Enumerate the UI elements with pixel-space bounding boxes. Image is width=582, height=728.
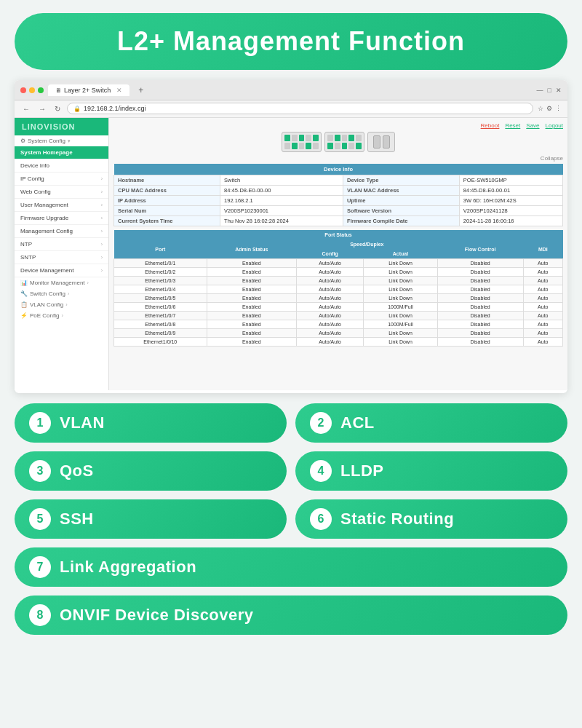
reboot-button[interactable]: Reboot	[481, 122, 500, 129]
device-image-area	[113, 132, 563, 152]
arrow-icon: ›	[101, 242, 103, 247]
sidebar-item-switch-config[interactable]: 🔧 Switch Config ›	[15, 288, 108, 299]
feature-number-5: 5	[29, 508, 51, 530]
arrow-icon: ›	[87, 280, 89, 285]
sidebar: LINOVISION ⚙ System Config ▾ System Home…	[15, 118, 109, 390]
arrow-icon: ›	[101, 202, 103, 207]
sfp-port	[383, 135, 390, 149]
browser-actions: ☆ ⚙ ⋮	[538, 105, 562, 112]
feature-acl: 2 ACL	[295, 403, 567, 443]
back-button[interactable]: ←	[20, 104, 32, 114]
device-type-value: POE-SW510GMP	[459, 175, 562, 186]
port-led	[313, 135, 319, 141]
maximize-button[interactable]: □	[548, 87, 551, 94]
dot-yellow[interactable]	[29, 87, 35, 93]
feature-label-link-aggregation: Link Aggregation	[60, 558, 196, 577]
sidebar-item-system-homepage[interactable]: System Homepage	[15, 146, 108, 159]
collapse-button[interactable]: Collapse	[113, 155, 563, 162]
arrow-icon: ›	[101, 255, 103, 260]
features-section: 1 VLAN 2 ACL 3 QoS 4 LLDP 5 SSH 6 Static…	[0, 393, 582, 645]
dot-green[interactable]	[38, 87, 44, 93]
sidebar-item-ip-config[interactable]: IP Config ›	[15, 173, 108, 186]
arrow-icon: ›	[68, 291, 69, 296]
menu-icon[interactable]: ⋮	[555, 105, 562, 112]
arrow-icon: ›	[101, 176, 103, 181]
feature-number-3: 3	[29, 460, 51, 482]
port-col-header: Port	[114, 240, 207, 259]
extensions-icon[interactable]: ⚙	[546, 105, 552, 112]
table-row: Ethernet1/0/9 Enabled Auto/Auto Link Dow…	[114, 329, 563, 338]
table-row: Ethernet1/0/1 Enabled Auto/Auto Link Dow…	[114, 259, 563, 268]
logout-button[interactable]: Logout	[546, 122, 563, 129]
lock-icon: 🔒	[73, 106, 81, 112]
port-led	[299, 143, 305, 149]
sys-time-label: Current System Time	[114, 216, 220, 226]
feature-onvif: 8 ONVIF Device Discovery	[15, 596, 567, 635]
minimize-button[interactable]: —	[537, 87, 543, 94]
arrow-icon: ▾	[68, 138, 71, 144]
table-row: Ethernet1/0/5 Enabled Auto/Auto Link Dow…	[114, 294, 563, 303]
close-button[interactable]: ✕	[556, 87, 562, 94]
save-button[interactable]: Save	[526, 122, 539, 129]
port-led	[356, 143, 362, 149]
arrow-icon: ›	[101, 229, 103, 234]
sidebar-item-vlan-config[interactable]: 📋 VLAN Config ›	[15, 299, 108, 310]
bookmark-icon[interactable]: ☆	[538, 105, 543, 112]
browser-dots	[20, 87, 44, 93]
table-row: Ethernet1/0/3 Enabled Auto/Auto Link Dow…	[114, 277, 563, 285]
feature-static-routing: 6 Static Routing	[295, 499, 567, 539]
arrow-icon: ›	[101, 189, 103, 194]
tab-close-button[interactable]: ✕	[116, 87, 122, 94]
feature-label-onvif: ONVIF Device Discovery	[60, 606, 254, 625]
port-led	[335, 135, 340, 141]
port-led	[335, 143, 340, 149]
sidebar-item-sntp[interactable]: SNTP ›	[15, 251, 108, 264]
table-row: Ethernet1/0/10 Enabled Auto/Auto Link Do…	[114, 338, 563, 347]
feature-number-7: 7	[29, 556, 51, 578]
reset-button[interactable]: Reset	[505, 122, 520, 129]
feature-label-vlan: VLAN	[60, 414, 105, 432]
cpu-mac-label: CPU MAC Address	[114, 186, 220, 196]
sidebar-item-management-config[interactable]: Management Config ›	[15, 225, 108, 238]
port-led	[327, 135, 333, 141]
device-image	[282, 132, 395, 152]
uptime-label: Uptime	[343, 196, 460, 206]
sidebar-item-web-config[interactable]: Web Config ›	[15, 186, 108, 199]
browser-tab[interactable]: 🖥 Layer 2+ Switch ✕	[48, 84, 129, 96]
sidebar-item-monitor-management[interactable]: 📊 Monitor Management ›	[15, 277, 108, 288]
browser-address-bar: ← → ↻ 🔒 192.168.2.1/index.cgi ☆ ⚙ ⋮	[15, 100, 567, 118]
sidebar-item-user-management[interactable]: User Management ›	[15, 199, 108, 212]
page-title: L2+ Management Function	[117, 26, 465, 57]
sidebar-item-device-management[interactable]: Device Management ›	[15, 264, 108, 277]
device-type-label: Device Type	[343, 175, 460, 186]
sidebar-item-ntp[interactable]: NTP ›	[15, 238, 108, 251]
serial-value: V200SP10230001	[220, 206, 343, 216]
url-input[interactable]: 🔒 192.168.2.1/index.cgi	[67, 103, 533, 114]
switch-box-1	[282, 132, 322, 152]
hostname-label: Hostname	[114, 175, 220, 186]
feature-label-qos: QoS	[60, 462, 94, 480]
tab-title: Layer 2+ Switch	[64, 87, 111, 94]
sw-version-label: Software Version	[343, 206, 460, 216]
sidebar-item-poe-config[interactable]: ⚡ PoE Config ›	[15, 310, 108, 321]
table-row: Ethernet1/0/8 Enabled Auto/Auto 1000M/Fu…	[114, 320, 563, 329]
refresh-button[interactable]: ↻	[52, 104, 63, 114]
sidebar-item-system-config[interactable]: ⚙ System Config ▾	[15, 135, 108, 146]
device-info-header: Device Info	[114, 164, 563, 175]
dot-red[interactable]	[20, 87, 26, 93]
arrow-icon: ›	[101, 268, 103, 273]
sidebar-item-device-info[interactable]: Device Info	[15, 159, 108, 173]
switch-box-2	[324, 132, 364, 152]
feature-ssh: 5 SSH	[15, 499, 287, 539]
new-tab-button[interactable]: +	[134, 84, 148, 97]
main-content: Reboot Reset Save Logout	[109, 118, 567, 390]
fw-compile-label: Firmware Compile Date	[343, 216, 460, 226]
sidebar-item-firmware-upgrade[interactable]: Firmware Upgrade ›	[15, 212, 108, 225]
forward-button[interactable]: →	[36, 104, 48, 114]
fw-compile-value: 2024-11-28 16:00:16	[459, 216, 562, 226]
port-led	[284, 135, 290, 141]
sw-version-value: V200SP10241128	[459, 206, 562, 216]
port-led	[348, 143, 354, 149]
sys-time-value: Thu Nov 28 16:02:28 2024	[220, 216, 343, 226]
ip-value: 192.168.2.1	[220, 196, 343, 206]
